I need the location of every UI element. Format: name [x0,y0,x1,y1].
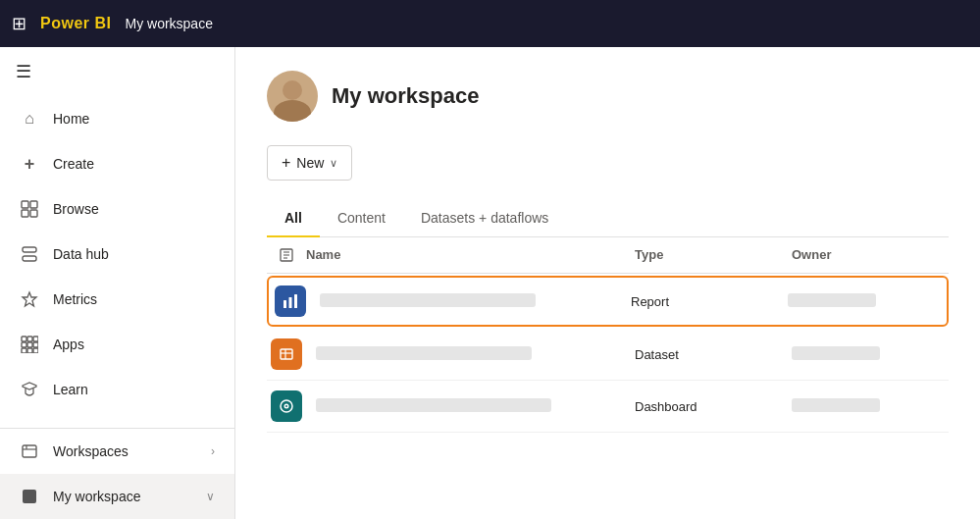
svg-rect-21 [281,349,292,359]
row-icon-dashboard [271,390,302,422]
row-name-2 [306,346,635,363]
metrics-icon [20,289,39,309]
row-name-blurred-1 [320,293,536,307]
row-owner-blurred-2 [792,346,880,360]
sidebar-nav: ⌂ Home + Create Browse [0,96,234,519]
sidebar-spacer [0,412,234,428]
svg-rect-18 [284,300,286,308]
sidebar-item-label-home: Home [53,111,89,127]
svg-rect-3 [30,210,37,217]
grid-icon[interactable]: ⊞ [12,13,26,34]
sidebar-item-metrics[interactable]: Metrics [0,277,234,322]
hamburger-icon[interactable]: ☰ [0,47,234,96]
sidebar-item-learn[interactable]: Learn [0,367,234,412]
row-icon-col-2 [267,338,306,370]
table: Name Type Owner [267,237,949,433]
svg-rect-10 [27,342,32,347]
topbar-workspace-title: My workspace [125,16,212,31]
sidebar-item-myworkspace[interactable]: My workspace ∨ [0,474,234,519]
table-row[interactable]: Report [267,276,949,327]
sidebar-item-create[interactable]: + Create [0,141,234,186]
svg-rect-4 [23,247,36,252]
home-icon: ⌂ [20,109,39,129]
row-type-1: Report [631,294,788,309]
tabs: All Content Datasets + dataflows [267,200,949,237]
row-icon-dataset [271,338,302,370]
new-button[interactable]: + New ∨ [267,145,352,181]
new-button-label: New [296,155,324,171]
row-icon-col-3 [267,390,306,422]
sidebar-item-label-apps: Apps [53,337,84,352]
app-logo: Power BI [40,15,111,32]
col-type-header: Type [635,247,792,263]
workspace-header: My workspace [267,71,949,122]
svg-rect-6 [22,337,26,341]
svg-point-24 [285,405,287,407]
svg-rect-13 [27,348,32,353]
row-icon-col [271,285,310,317]
svg-rect-12 [22,348,26,353]
main-content: My workspace + New ∨ All Content Dataset… [235,47,980,519]
new-plus-icon: + [282,154,290,172]
svg-rect-16 [23,490,36,503]
sidebar-item-label-learn: Learn [53,382,88,397]
sidebar-item-datahub[interactable]: Data hub [0,232,234,277]
svg-rect-9 [22,342,26,347]
table-row[interactable]: Dashboard [267,381,949,433]
svg-rect-0 [22,201,28,208]
workspaces-icon [20,441,39,461]
row-name-blurred-3 [316,398,551,412]
svg-rect-7 [27,337,32,341]
row-type-2: Dataset [635,347,792,362]
row-name-blurred-2 [316,346,532,360]
row-icon-report [275,285,306,317]
sidebar-item-home[interactable]: ⌂ Home [0,96,234,141]
sidebar-item-apps[interactable]: Apps [0,322,234,367]
table-header: Name Type Owner [267,237,949,274]
row-owner-blurred-1 [788,293,876,307]
svg-rect-5 [23,256,36,261]
sidebar-item-label-create: Create [53,156,94,172]
svg-rect-15 [23,445,36,457]
svg-rect-14 [33,348,38,353]
sidebar-item-label-metrics: Metrics [53,291,97,307]
new-chevron-icon: ∨ [330,157,337,170]
svg-rect-20 [294,294,297,308]
tab-datasets[interactable]: Datasets + dataflows [403,200,566,237]
table-row[interactable]: Dataset [267,329,949,381]
sidebar-item-label-browse: Browse [53,201,99,217]
sidebar-item-browse[interactable]: Browse [0,186,234,232]
svg-rect-1 [30,201,37,208]
sidebar-item-label-workspaces: Workspaces [53,443,129,459]
svg-rect-2 [22,210,28,217]
layout: ☰ ⌂ Home + Create Br [0,47,980,519]
row-owner-2 [792,346,949,363]
col-owner-header: Owner [792,247,949,263]
sidebar-item-label-myworkspace: My workspace [53,489,140,504]
avatar-body [274,100,311,122]
tab-content[interactable]: Content [320,200,403,237]
row-name-1 [310,293,631,310]
row-owner-1 [788,293,945,310]
sidebar-item-workspaces[interactable]: Workspaces › [0,429,234,474]
tab-all[interactable]: All [267,200,320,237]
avatar-head [283,80,302,100]
row-name-3 [306,398,635,415]
col-icon-header [267,247,306,263]
col-name-header: Name [306,247,635,263]
sidebar-bottom: Workspaces › My workspace ∨ [0,428,234,519]
svg-rect-11 [33,342,38,347]
row-owner-3 [792,398,949,415]
myworkspace-arrow: ∨ [206,490,215,503]
row-owner-blurred-3 [792,398,880,412]
svg-rect-19 [289,297,292,308]
create-icon: + [20,154,39,174]
browse-icon [20,199,39,219]
datahub-icon [20,244,39,264]
myworkspace-icon [20,487,39,506]
sidebar-item-label-datahub: Data hub [53,246,109,262]
row-type-3: Dashboard [635,399,792,414]
sidebar: ☰ ⌂ Home + Create Br [0,47,235,519]
learn-icon [20,380,39,399]
topbar: ⊞ Power BI My workspace [0,0,980,47]
